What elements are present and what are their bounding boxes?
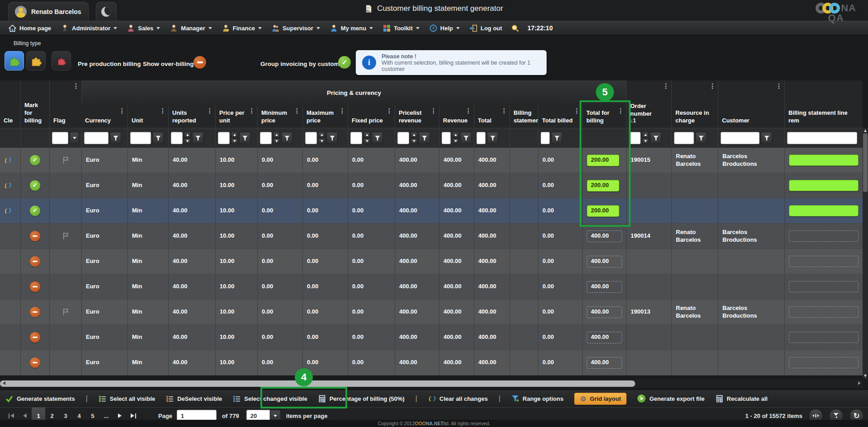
filter-input[interactable]: [171, 132, 183, 144]
column-menu-icon[interactable]: ⋮: [249, 108, 255, 114]
billing-statement-line-remark-input[interactable]: [789, 155, 859, 166]
table-row[interactable]: EuroMin40.0010.000.000.000.00400.00400.0…: [0, 325, 863, 350]
total-for-billing-input[interactable]: 400.00: [587, 332, 622, 343]
column-menu-icon[interactable]: ⋮: [663, 83, 669, 89]
menu-manager[interactable]: Manager: [165, 21, 217, 35]
filter-funnel-button[interactable]: [192, 132, 203, 144]
column-header-billing-statemer[interactable]: Billing statemer: [509, 105, 538, 128]
table-row[interactable]: ✓EuroMin40.0010.000.000.000.00400.00400.…: [0, 148, 863, 173]
filter-input[interactable]: [130, 132, 151, 144]
column-header-flag[interactable]: ⋮Flag: [49, 80, 81, 128]
filter-funnel-button[interactable]: [281, 132, 292, 144]
column-header-fixed-price[interactable]: ⋮Fixed price: [348, 105, 395, 128]
column-menu-icon[interactable]: ⋮: [618, 108, 624, 114]
table-row[interactable]: EuroMin40.0010.000.000.000.00400.00400.0…: [0, 300, 863, 325]
filter-funnel-button[interactable]: [419, 132, 430, 144]
filter-input[interactable]: [674, 132, 694, 144]
column-menu-icon[interactable]: ⋮: [386, 108, 392, 114]
table-row[interactable]: EuroMin40.0010.000.000.000.00400.00400.0…: [0, 249, 863, 274]
not-marked-for-billing-icon[interactable]: [30, 357, 40, 368]
horizontal-scrollbar[interactable]: [0, 380, 863, 388]
filter-input[interactable]: [397, 132, 409, 144]
filter-input[interactable]: [52, 132, 68, 144]
filter-funnel-button[interactable]: [326, 132, 338, 144]
menu-search-button[interactable]: [507, 21, 523, 35]
column-menu-icon[interactable]: ⋮: [709, 83, 716, 89]
total-for-billing-input[interactable]: 400.00: [587, 256, 622, 267]
column-header-price-per-unit[interactable]: ⋮Price per unit: [215, 105, 257, 128]
filter-funnel-button[interactable]: [372, 132, 383, 144]
menu-toolkit[interactable]: Toolkit: [378, 21, 425, 35]
table-row[interactable]: EuroMin40.0010.000.000.000.00400.00400.0…: [0, 350, 863, 375]
grid-layout-button[interactable]: ⚙ Grid layout: [574, 393, 627, 405]
filter-input[interactable]: [442, 132, 451, 144]
total-for-billing-input[interactable]: 200.00: [587, 205, 619, 217]
billing-type-red-button[interactable]: [52, 51, 71, 70]
column-header-currency[interactable]: ⋮Currency: [81, 105, 127, 128]
not-marked-for-billing-icon[interactable]: [30, 231, 40, 241]
column-header-pricelist-revenue[interactable]: ⋮Pricelist revenue: [395, 105, 439, 128]
percentage-of-billing-button[interactable]: Percentage of billing (50%): [318, 395, 405, 403]
generate-statements-button[interactable]: Generate statements: [5, 395, 75, 403]
column-menu-icon[interactable]: ⋮: [465, 108, 472, 114]
clear-all-changes-button[interactable]: Clear all changes: [428, 395, 488, 403]
column-header-total[interactable]: ⋮Total: [474, 105, 509, 128]
menu-sales[interactable]: Sales: [122, 21, 165, 35]
number-stepper[interactable]: [363, 132, 370, 144]
number-stepper[interactable]: [452, 132, 459, 144]
filter-funnel-button[interactable]: [551, 132, 562, 144]
table-row[interactable]: EuroMin40.0010.000.000.000.00400.00400.0…: [0, 224, 863, 249]
marked-for-billing-icon[interactable]: ✓: [30, 155, 40, 165]
column-menu-icon[interactable]: ⋮: [776, 83, 782, 89]
select-all-visible-button[interactable]: Select all visible: [99, 395, 155, 403]
menu-administrator[interactable]: Administrator: [56, 21, 122, 35]
column-header-total-for-billing[interactable]: ⋮Total for billing: [582, 105, 626, 128]
select-changed-visible-button[interactable]: Select changed visible: [233, 395, 307, 403]
filter-input[interactable]: [629, 132, 641, 144]
menu-log-out[interactable]: Log out: [465, 21, 507, 35]
column-menu-icon[interactable]: ⋮: [207, 108, 213, 114]
column-header-unit[interactable]: ⋮Unit: [127, 105, 168, 128]
filter-funnel-button[interactable]: [152, 132, 164, 144]
marked-for-billing-icon[interactable]: ✓: [30, 180, 40, 191]
billing-statement-line-remark-input[interactable]: [789, 256, 859, 267]
total-for-billing-input[interactable]: 200.00: [587, 155, 619, 166]
column-menu-icon[interactable]: ⋮: [339, 108, 345, 114]
filter-funnel-button[interactable]: [695, 132, 707, 144]
table-row[interactable]: ✓EuroMin40.0010.000.000.000.00400.00400.…: [0, 173, 863, 198]
billing-statement-line-remark-input[interactable]: [789, 332, 859, 343]
vertical-scrollbar-thumb[interactable]: [863, 133, 868, 192]
group-invoicing-toggle[interactable]: ✓: [338, 56, 351, 69]
billing-statement-line-remark-input[interactable]: [789, 230, 859, 242]
filter-input[interactable]: [476, 132, 486, 144]
billing-statement-line-remark-input[interactable]: [789, 357, 859, 368]
column-menu-icon[interactable]: ⋮: [160, 108, 166, 114]
vertical-scrollbar[interactable]: [863, 128, 868, 379]
column-header-revenue[interactable]: ⋮Revenue: [439, 105, 474, 128]
menu-home-page[interactable]: Home page: [4, 21, 56, 35]
marked-for-billing-icon[interactable]: ✓: [30, 206, 40, 216]
filter-funnel-button[interactable]: [487, 132, 498, 144]
column-header-mark-for-billing[interactable]: Mark for billing: [20, 80, 49, 128]
column-header-cle[interactable]: Cle: [0, 80, 20, 128]
filter-input[interactable]: [218, 132, 230, 144]
billing-statement-line-remark-input[interactable]: [789, 205, 859, 216]
filter-input[interactable]: [260, 132, 272, 144]
menu-supervisor[interactable]: Supervisor: [267, 21, 325, 35]
filter-dropdown-button[interactable]: [70, 132, 79, 144]
column-menu-icon[interactable]: ⋮: [119, 108, 125, 114]
column-header-customer[interactable]: ⋮Customer: [718, 80, 784, 128]
column-header-resource-in-charge[interactable]: ⋮Resource in charge: [671, 80, 718, 128]
not-marked-for-billing-icon[interactable]: [30, 332, 40, 343]
not-marked-for-billing-icon[interactable]: [30, 282, 40, 292]
deselect-visible-button[interactable]: DeSelect visible: [166, 395, 222, 403]
filter-funnel-button[interactable]: [761, 132, 772, 144]
column-header-units-reported[interactable]: ⋮Units reported: [168, 105, 215, 128]
filter-input[interactable]: [305, 132, 317, 144]
number-stepper[interactable]: [184, 132, 191, 144]
column-header-minimum-price[interactable]: ⋮Minimum price: [257, 105, 302, 128]
billing-statement-line-remark-input[interactable]: [789, 281, 859, 292]
table-row[interactable]: EuroMin40.0010.000.000.000.00400.00400.0…: [0, 274, 863, 300]
number-stepper[interactable]: [318, 132, 325, 144]
column-header-billing-statement-line-rem[interactable]: Billing statement line rem: [784, 80, 863, 128]
